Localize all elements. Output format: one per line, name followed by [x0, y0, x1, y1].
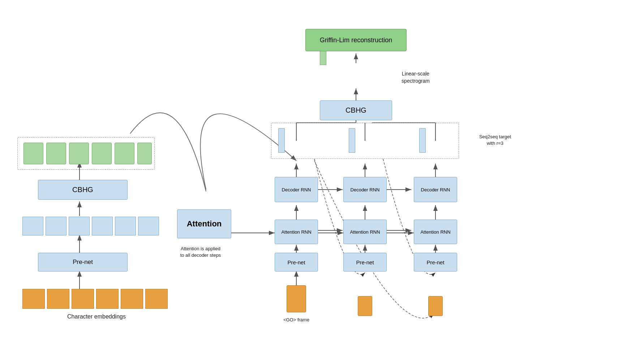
- enc-block-3: [69, 217, 90, 235]
- char-embed-2: [47, 289, 69, 309]
- decoder-rnn-1: Decoder RNN: [275, 177, 318, 202]
- enc-green-5: [115, 143, 134, 164]
- char-embed-1: [22, 289, 45, 309]
- enc-green-4: [92, 143, 112, 164]
- attention-box: Attention: [177, 209, 231, 238]
- char-embed-6: [145, 289, 168, 309]
- enc-green-6: [137, 143, 152, 164]
- char-embed-3: [72, 289, 94, 309]
- linear-spec-label: Linear-scale spectrogram: [387, 70, 445, 84]
- attention-rnn-3: Attention RNN: [414, 220, 457, 244]
- decoder-rnn-2: Decoder RNN: [343, 177, 387, 202]
- dashed-rect-right: [271, 123, 459, 159]
- enc-green-1: [23, 143, 43, 164]
- cbhg-left: CBHG: [38, 180, 128, 200]
- seq2seq-label: Seq2seq target with r=3: [463, 134, 528, 147]
- enc-green-3: [69, 143, 89, 164]
- cbhg-top: CBHG: [320, 100, 392, 120]
- enc-block-5: [115, 217, 136, 235]
- go-frame: [287, 285, 306, 312]
- enc-block-6: [138, 217, 159, 235]
- char-embed-4: [96, 289, 119, 309]
- diagram-container: Character embeddings Pre-net CBHG Attent…: [0, 0, 644, 364]
- decoder-rnn-3: Decoder RNN: [414, 177, 457, 202]
- attention-note: Attention is applied to all decoder step…: [159, 246, 242, 259]
- prenet-right-1: Pre-net: [275, 253, 318, 272]
- char-embed-label: Character embeddings: [22, 313, 171, 320]
- griffin-lim-box: Griffin-Lim reconstruction: [305, 29, 407, 51]
- prenet-right-3: Pre-net: [414, 253, 457, 272]
- prenet-right-2: Pre-net: [343, 253, 387, 272]
- enc-green-2: [46, 143, 66, 164]
- attention-rnn-1: Attention RNN: [275, 220, 318, 244]
- orange-input-2: [358, 296, 372, 316]
- go-frame-label: <GO> frame: [271, 317, 322, 322]
- char-embed-5: [121, 289, 143, 309]
- prenet-left: Pre-net: [38, 253, 128, 272]
- enc-block-1: [22, 217, 43, 235]
- orange-input-3: [428, 296, 443, 316]
- enc-block-4: [92, 217, 113, 235]
- enc-block-2: [46, 217, 66, 235]
- attention-rnn-2: Attention RNN: [343, 220, 387, 244]
